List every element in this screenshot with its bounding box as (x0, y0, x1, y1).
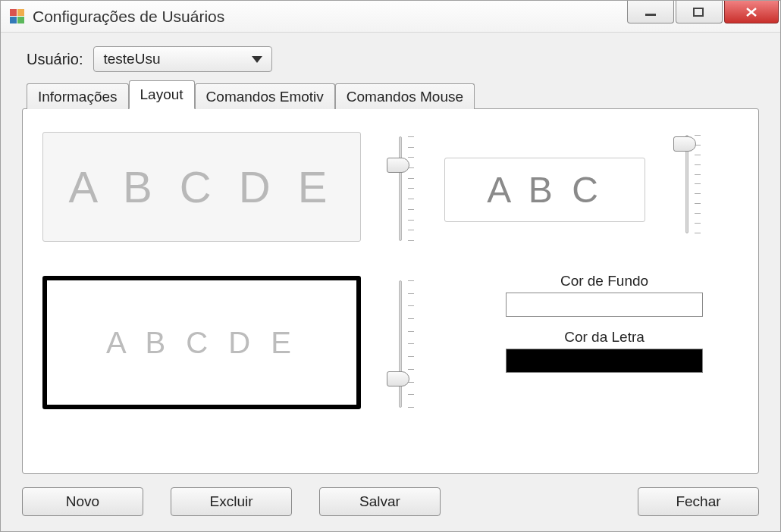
button-label: Novo (66, 493, 99, 510)
close-button[interactable] (724, 1, 779, 23)
color-section: Cor de Fundo Cor da Letra (502, 273, 707, 385)
excluir-button[interactable]: Excluir (171, 487, 292, 516)
preview-text: A B C D E (68, 161, 334, 212)
slider-ticks (695, 135, 701, 233)
window-controls (627, 1, 780, 23)
slider-thumb[interactable] (387, 371, 409, 386)
svg-rect-0 (645, 14, 656, 16)
maximize-button[interactable] (676, 1, 723, 23)
minimize-icon (644, 7, 657, 17)
tab-panel-layout: A B C D E A B C (22, 108, 759, 474)
tab-strip: Informações Layout Comandos Emotiv Coman… (27, 80, 759, 108)
fg-color-label: Cor da Letra (502, 329, 707, 346)
tab-control: Informações Layout Comandos Emotiv Coman… (22, 80, 759, 474)
app-icon (10, 9, 25, 24)
slider-track (399, 280, 402, 408)
font-size-slider-1[interactable] (385, 136, 416, 241)
slider-ticks (408, 280, 414, 408)
font-size-slider-3[interactable] (385, 280, 416, 408)
bg-color-swatch[interactable] (506, 293, 703, 317)
close-icon (744, 7, 759, 17)
slider-ticks (408, 136, 414, 241)
tab-informacoes[interactable]: Informações (27, 83, 129, 109)
slider-thumb[interactable] (387, 158, 409, 173)
slider-thumb[interactable] (673, 136, 696, 152)
user-row: Usuário: testeUsu (27, 46, 759, 72)
maximize-icon (692, 7, 706, 17)
font-preview-large: A B C D E (42, 132, 361, 242)
tab-comandos-mouse[interactable]: Comandos Mouse (335, 83, 475, 109)
novo-button[interactable]: Novo (22, 487, 143, 516)
tab-layout[interactable]: Layout (129, 80, 195, 109)
svg-rect-1 (694, 8, 703, 16)
button-label: Excluir (209, 493, 252, 510)
tab-label: Layout (140, 86, 183, 103)
fechar-button[interactable]: Fechar (638, 487, 759, 516)
button-label: Fechar (676, 493, 720, 510)
client-area: Usuário: testeUsu Informações Layout Com… (1, 33, 780, 531)
tab-label: Comandos Mouse (347, 89, 463, 105)
font-preview-medium: A B C (444, 158, 645, 222)
user-selected-value: testeUsu (103, 51, 160, 67)
tab-comandos-emotiv[interactable]: Comandos Emotiv (195, 83, 335, 109)
font-preview-bordered: A B C D E (42, 276, 361, 409)
minimize-button[interactable] (627, 1, 674, 23)
user-config-window: Configurações de Usuários Usuário: teste… (0, 0, 781, 532)
bg-color-label: Cor de Fundo (502, 273, 707, 289)
titlebar: Configurações de Usuários (1, 1, 780, 33)
user-combobox[interactable]: testeUsu (93, 46, 272, 72)
fg-color-swatch[interactable] (506, 349, 703, 373)
chevron-down-icon (252, 56, 262, 63)
salvar-button[interactable]: Salvar (319, 487, 441, 516)
button-label: Salvar (359, 493, 400, 510)
preview-text: A B C D E (106, 326, 297, 360)
layout-grid: A B C D E A B C (42, 132, 739, 453)
slider-track (399, 136, 402, 241)
tab-label: Informações (38, 89, 118, 105)
window-title: Configurações de Usuários (33, 8, 224, 26)
button-row: Novo Excluir Salvar Fechar (22, 487, 759, 516)
font-size-slider-2[interactable] (672, 135, 702, 233)
tab-label: Comandos Emotiv (206, 89, 324, 105)
user-label: Usuário: (27, 51, 83, 68)
preview-text: A B C (487, 169, 603, 211)
